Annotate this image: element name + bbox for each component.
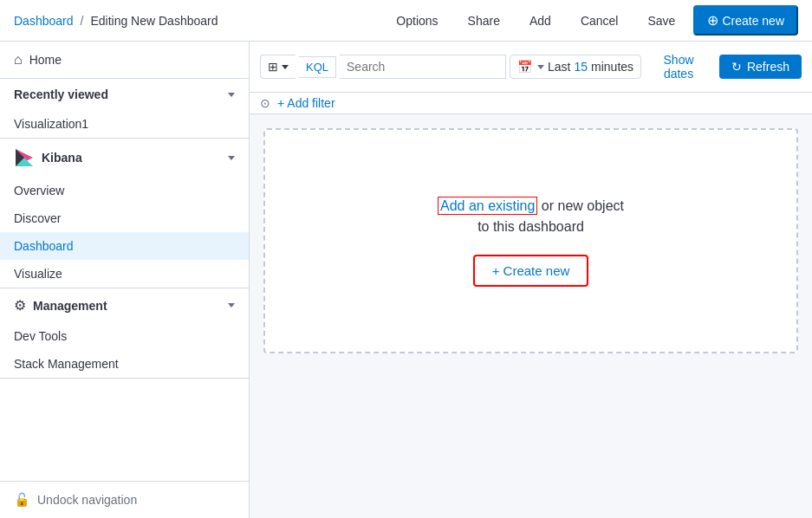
sidebar: ⌂ Home Recently viewed Visualization1 — [0, 42, 250, 518]
filter-icon: ⊞ — [268, 60, 278, 74]
sidebar-section-management: ⚙ Management Dev Tools Stack Management — [0, 288, 249, 379]
dashboard-empty-text: Add an existing or new object to this da… — [438, 196, 624, 237]
sidebar-item-overview[interactable]: Overview — [0, 177, 249, 204]
show-dates-button[interactable]: Show dates — [645, 49, 712, 85]
sidebar-item-dashboard[interactable]: Dashboard — [0, 232, 249, 260]
add-filter-button[interactable]: + Add filter — [277, 96, 335, 110]
top-nav: Dashboard / Editing New Dashboard Option… — [0, 0, 812, 42]
home-icon: ⌂ — [14, 52, 23, 68]
query-bar: ⊞ KQL 📅 Last 15 minutes Show dates ↻ Ref… — [250, 42, 812, 93]
recently-viewed-title: Recently viewed — [14, 87, 108, 101]
filter-bar: ⊙ + Add filter — [250, 93, 812, 114]
save-button[interactable]: Save — [636, 8, 686, 34]
create-new-header-button[interactable]: ⊕ Create new — [693, 5, 798, 36]
top-nav-actions: Options Share Add Cancel Save ⊕ Create n… — [385, 5, 798, 36]
breadcrumb: Dashboard / Editing New Dashboard — [14, 14, 218, 28]
sidebar-section-kibana: Kibana Overview Discover Dashboard Visua… — [0, 139, 249, 288]
cancel-button[interactable]: Cancel — [569, 8, 630, 34]
options-button[interactable]: Options — [385, 8, 449, 34]
lock-icon: 🔓 — [14, 492, 30, 508]
chevron-down-icon — [228, 93, 235, 97]
breadcrumb-separator: / — [81, 14, 84, 28]
refresh-button[interactable]: ↻ Refresh — [719, 55, 802, 79]
create-new-button[interactable]: + Create new — [473, 255, 589, 287]
sidebar-undock-navigation[interactable]: 🔓 Undock navigation — [0, 481, 249, 518]
sidebar-item-discover[interactable]: Discover — [0, 204, 249, 232]
time-picker-chevron-icon — [537, 65, 544, 69]
sidebar-recently-viewed-header[interactable]: Recently viewed — [0, 79, 249, 110]
filter-bar-icon[interactable]: ⊙ — [260, 96, 270, 110]
gear-icon: ⚙ — [14, 297, 26, 314]
search-type-chevron-icon — [282, 65, 289, 69]
search-area: ⊞ KQL — [260, 55, 506, 79]
sidebar-item-stack-management[interactable]: Stack Management — [0, 350, 249, 378]
time-label-post: minutes — [591, 60, 633, 74]
refresh-icon: ↻ — [731, 60, 742, 74]
sidebar-item-visualization1[interactable]: Visualization1 — [0, 110, 249, 138]
plus-icon: ⊕ — [707, 12, 718, 29]
search-type-button[interactable]: ⊞ — [260, 55, 296, 79]
breadcrumb-current: Editing New Dashboard — [90, 14, 218, 28]
sidebar-home[interactable]: ⌂ Home — [0, 42, 249, 79]
kql-button[interactable]: KQL — [299, 56, 336, 78]
time-picker-button[interactable]: 📅 Last 15 minutes — [510, 55, 641, 79]
main-content: ⊞ KQL 📅 Last 15 minutes Show dates ↻ Ref… — [250, 42, 812, 518]
add-button[interactable]: Add — [518, 8, 562, 34]
kibana-chevron-icon — [228, 156, 235, 160]
breadcrumb-dashboard[interactable]: Dashboard — [14, 14, 74, 28]
sidebar-management-header[interactable]: ⚙ Management — [0, 288, 249, 322]
sidebar-kibana-header[interactable]: Kibana — [0, 139, 249, 177]
main-layout: ⌂ Home Recently viewed Visualization1 — [0, 42, 812, 518]
management-chevron-icon — [228, 303, 235, 308]
time-label-pre: Last — [548, 60, 570, 74]
sidebar-item-dev-tools[interactable]: Dev Tools — [0, 322, 249, 350]
time-value: 15 — [574, 60, 588, 74]
sidebar-home-label: Home — [29, 53, 62, 67]
sidebar-section-recently-viewed: Recently viewed Visualization1 — [0, 79, 249, 139]
add-existing-link[interactable]: Add an existing — [438, 197, 537, 215]
dashboard-area: Add an existing or new object to this da… — [250, 114, 812, 518]
search-input[interactable] — [340, 55, 506, 79]
management-label: Management — [33, 299, 107, 313]
calendar-icon: 📅 — [517, 60, 532, 74]
kibana-label: Kibana — [42, 151, 82, 165]
share-button[interactable]: Share — [457, 8, 511, 34]
kibana-logo-icon — [14, 147, 35, 168]
sidebar-item-visualize[interactable]: Visualize — [0, 260, 249, 288]
dashboard-empty-state: Add an existing or new object to this da… — [263, 128, 798, 353]
